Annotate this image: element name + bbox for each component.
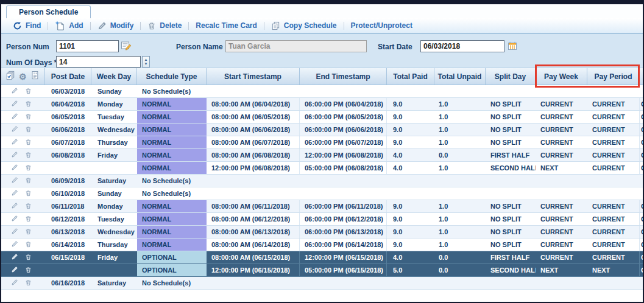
calendar-icon[interactable]: [508, 41, 517, 53]
start-timestamp-cell: 08:00:00 AM (06/04/2018): [207, 98, 300, 110]
col-header-post-date: Post Date: [45, 68, 91, 85]
delete-button[interactable]: Delete: [141, 21, 188, 30]
table-row[interactable]: 06/03/2018 Sunday No Schedule(s): [1, 85, 643, 98]
table-row[interactable]: 06/15/2018 Friday OPTIONAL 08:00:00 AM (…: [1, 251, 643, 264]
row-delete-icon[interactable]: [25, 253, 32, 262]
split-day-cell: NO SPLIT: [486, 136, 536, 148]
protect-unprotect-button[interactable]: Protect/Unprotect: [344, 21, 419, 30]
start-timestamp-cell: 08:00:00 AM (06/14/2018): [207, 239, 300, 251]
table-row[interactable]: NORMAL 12:00:00 PM (06/08/2018) 05:00:00…: [1, 162, 643, 175]
add-button[interactable]: Add: [48, 21, 90, 31]
row-delete-icon[interactable]: [25, 202, 32, 211]
row-edit-icon[interactable]: [11, 164, 18, 172]
row-delete-icon[interactable]: [25, 151, 32, 160]
pay-period-cell: CURRENT: [587, 200, 640, 212]
table-row[interactable]: 06/14/2018 Thursday NORMAL 08:00:00 AM (…: [1, 239, 643, 251]
row-edit-icon[interactable]: [11, 151, 18, 159]
pay-period-cell: CURRENT: [587, 226, 640, 238]
row-delete-icon[interactable]: [25, 176, 32, 186]
row-tools-cell: [1, 149, 45, 161]
row-delete-icon[interactable]: [25, 138, 32, 147]
pay-week-cell: CURRENT: [536, 149, 587, 161]
table-row[interactable]: 06/05/2018 Tuesday NORMAL 08:00:00 AM (0…: [1, 111, 643, 124]
row-edit-icon[interactable]: [11, 266, 18, 274]
spinner-down-icon[interactable]: ▼: [144, 62, 148, 66]
row-delete-icon[interactable]: [25, 189, 32, 198]
copy-schedule-button[interactable]: Copy Schedule: [264, 21, 344, 30]
overflow-cell: C: [640, 111, 643, 123]
total-unpaid-cell: 0.0: [434, 264, 486, 276]
trash-icon: [147, 21, 156, 30]
row-edit-icon[interactable]: [11, 228, 18, 236]
schedule-type-cell: NORMAL: [137, 239, 207, 251]
row-edit-icon[interactable]: [11, 253, 18, 262]
start-timestamp-cell: 12:00:00 PM (06/15/2018): [207, 264, 300, 276]
num-of-days-input[interactable]: [56, 56, 141, 68]
total-paid-cell: 4.0: [387, 162, 434, 174]
tab-person-schedule[interactable]: Person Schedule: [6, 5, 91, 18]
row-delete-icon[interactable]: [25, 87, 32, 96]
table-row[interactable]: OPTIONAL 12:00:00 PM (06/15/2018) 05:00:…: [1, 264, 643, 277]
week-day-cell: Saturday: [91, 175, 137, 187]
post-date-cell: 06/09/2018: [45, 175, 91, 187]
modify-button[interactable]: Modify: [91, 21, 141, 30]
week-day-cell: Friday: [91, 149, 137, 161]
row-edit-icon[interactable]: [11, 215, 18, 223]
select-all-icon[interactable]: [5, 71, 15, 82]
post-date-cell: 06/07/2018: [45, 136, 91, 148]
row-delete-icon[interactable]: [25, 228, 32, 237]
table-row[interactable]: 06/16/2018 Saturday No Schedule(s): [1, 277, 643, 290]
table-row[interactable]: 06/13/2018 Wednesday NORMAL 08:00:00 AM …: [1, 226, 643, 239]
row-edit-icon[interactable]: [11, 125, 18, 134]
row-edit-icon[interactable]: [11, 189, 18, 198]
end-timestamp-cell: 05:00:00 PM (06/15/2018): [300, 264, 387, 276]
col-header-start-timestamp: Start Timestamp: [207, 68, 300, 85]
pay-week-cell: CURRENT: [536, 251, 587, 263]
row-edit-icon[interactable]: [11, 202, 18, 211]
row-edit-icon[interactable]: [11, 100, 18, 108]
row-edit-icon[interactable]: [11, 138, 18, 147]
row-delete-icon[interactable]: [25, 100, 32, 109]
spinner-up-icon[interactable]: ▲: [144, 58, 148, 62]
end-timestamp-cell: 05:00:00 PM (06/08/2018): [300, 162, 387, 174]
recalc-time-card-button[interactable]: Recalc Time Card: [189, 21, 264, 30]
total-paid-cell: 9.0: [387, 213, 434, 225]
row-edit-icon[interactable]: [11, 240, 18, 249]
start-timestamp-cell: 08:00:00 AM (06/08/2018): [207, 149, 300, 161]
col-header-end-timestamp: End Timestamp: [300, 68, 387, 85]
table-row[interactable]: 06/09/2018 Saturday No Schedule(s): [1, 175, 643, 187]
start-date-input[interactable]: [420, 40, 504, 52]
row-delete-icon[interactable]: [25, 240, 32, 249]
row-edit-icon[interactable]: [11, 113, 18, 121]
gear-icon[interactable]: ⚙: [19, 72, 27, 81]
row-delete-icon[interactable]: [25, 125, 32, 134]
total-unpaid-cell: 0.0: [434, 251, 486, 263]
row-tools-cell: [1, 264, 45, 276]
row-delete-icon[interactable]: [25, 215, 32, 224]
table-row[interactable]: 06/07/2018 Thursday NORMAL 08:00:00 AM (…: [1, 136, 643, 149]
row-delete-icon[interactable]: [25, 279, 32, 288]
person-lookup-icon[interactable]: [121, 40, 132, 53]
form-panel: Person Num Person Name Start Date Num Of…: [1, 34, 643, 68]
row-edit-icon[interactable]: [11, 176, 18, 185]
table-row[interactable]: 06/11/2018 Monday NORMAL 08:00:00 AM (06…: [1, 200, 643, 213]
tab-label: Person Schedule: [19, 8, 78, 16]
table-row[interactable]: 06/04/2018 Monday NORMAL 08:00:00 AM (06…: [1, 98, 643, 111]
row-edit-icon[interactable]: [11, 87, 18, 96]
report-icon[interactable]: [30, 71, 39, 82]
row-delete-icon[interactable]: [25, 113, 32, 122]
person-num-input[interactable]: [56, 40, 119, 52]
table-row[interactable]: 06/06/2018 Wednesday NORMAL 08:00:00 AM …: [1, 124, 643, 136]
table-row[interactable]: 06/10/2018 Sunday No Schedule(s): [1, 187, 643, 200]
person-schedule-window: Person Schedule Find Add Modify Delete R…: [0, 0, 644, 303]
table-row[interactable]: 06/08/2018 Friday NORMAL 08:00:00 AM (06…: [1, 149, 643, 162]
row-edit-icon[interactable]: [11, 279, 18, 287]
table-row[interactable]: 06/12/2018 Tuesday NORMAL 08:00:00 AM (0…: [1, 213, 643, 226]
split-day-cell: [486, 85, 536, 97]
split-day-cell: NO SPLIT: [486, 124, 536, 136]
row-delete-icon[interactable]: [25, 164, 32, 173]
row-delete-icon[interactable]: [25, 266, 32, 275]
week-day-cell: Saturday: [91, 277, 137, 289]
num-of-days-spinner[interactable]: ▲▼: [142, 56, 150, 68]
find-button[interactable]: Find: [6, 21, 48, 30]
